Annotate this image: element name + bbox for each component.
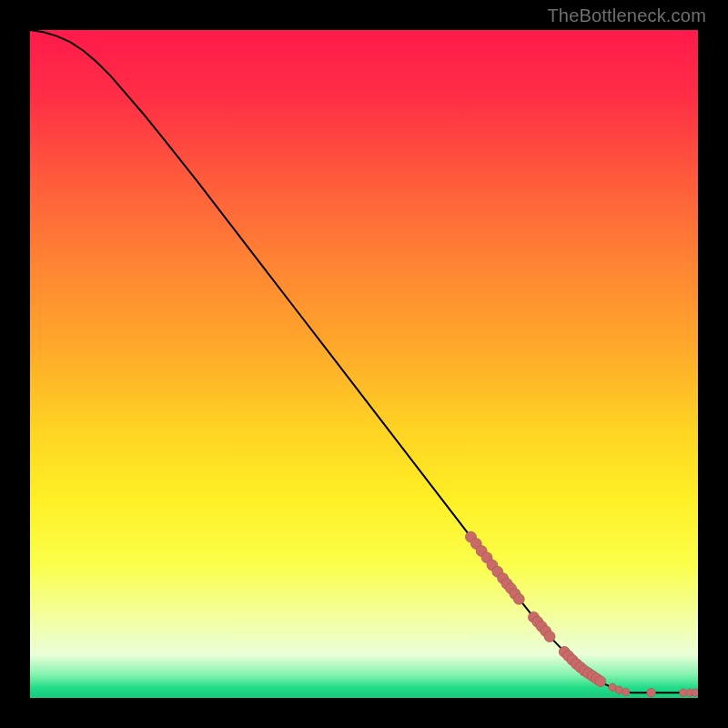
data-marker: [647, 688, 656, 697]
data-marker: [544, 631, 555, 642]
gradient-background: [30, 30, 698, 698]
attribution-label: TheBottleneck.com: [547, 5, 706, 26]
plot-area: [30, 30, 698, 698]
data-marker: [595, 676, 606, 687]
data-marker: [692, 689, 698, 696]
data-marker: [513, 593, 524, 604]
chart-frame: TheBottleneck.com: [0, 0, 728, 728]
chart-svg: [30, 30, 698, 698]
data-marker: [622, 688, 630, 695]
